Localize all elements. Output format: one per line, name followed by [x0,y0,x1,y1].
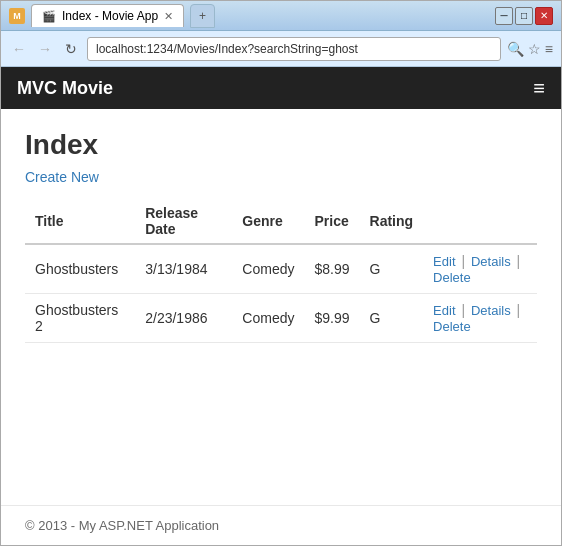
details-link[interactable]: Details [471,254,511,269]
footer: © 2013 - My ASP.NET Application [1,505,561,545]
cell-title: Ghostbusters 2 [25,294,135,343]
cell-rating: G [360,294,424,343]
search-icon[interactable]: 🔍 [507,41,524,57]
col-actions [423,199,537,244]
col-title: Title [25,199,135,244]
details-link[interactable]: Details [471,303,511,318]
navbar-brand[interactable]: MVC Movie [17,78,113,99]
addressbar: ← → ↻ 🔍 ☆ ≡ [1,31,561,67]
col-genre: Genre [232,199,304,244]
table-header-row: Title Release Date Genre Price Rating [25,199,537,244]
edit-link[interactable]: Edit [433,254,455,269]
delete-link[interactable]: Delete [433,270,471,285]
cell-title: Ghostbusters [25,244,135,294]
browser-window: M 🎬 Index - Movie App ✕ + ─ □ ✕ ← [0,0,562,546]
col-release-date: Release Date [135,199,232,244]
movies-table: Title Release Date Genre Price Rating Gh… [25,199,537,343]
footer-text: © 2013 - My ASP.NET Application [25,518,219,533]
page-content: Index Create New Title Release Date Genr… [1,109,561,505]
col-rating: Rating [360,199,424,244]
refresh-button[interactable]: ↻ [61,39,81,59]
cell-release-date: 2/23/1986 [135,294,232,343]
page-title: Index [25,129,537,161]
minimize-button[interactable]: ─ [495,7,513,25]
titlebar: M 🎬 Index - Movie App ✕ + ─ □ ✕ [1,1,561,31]
cell-price: $8.99 [304,244,359,294]
col-price: Price [304,199,359,244]
star-icon[interactable]: ☆ [528,41,541,57]
maximize-button[interactable]: □ [515,7,533,25]
cell-actions: Edit | Details | Delete [423,294,537,343]
address-input[interactable] [87,37,501,61]
tab-close-button[interactable]: ✕ [164,10,173,23]
new-tab-button[interactable]: + [190,4,215,28]
forward-button[interactable]: → [35,39,55,59]
table-row: Ghostbusters 3/13/1984 Comedy $8.99 G Ed… [25,244,537,294]
address-icons: 🔍 ☆ ≡ [507,41,553,57]
cell-genre: Comedy [232,244,304,294]
cell-genre: Comedy [232,294,304,343]
menu-icon[interactable]: ≡ [545,41,553,57]
navbar-toggle-button[interactable]: ≡ [533,77,545,100]
delete-link[interactable]: Delete [433,319,471,334]
window-controls: ─ □ ✕ [495,7,553,25]
cell-rating: G [360,244,424,294]
create-new-link[interactable]: Create New [25,169,99,185]
edit-link[interactable]: Edit [433,303,455,318]
cell-release-date: 3/13/1984 [135,244,232,294]
browser-icon: M [9,8,25,24]
active-tab[interactable]: 🎬 Index - Movie App ✕ [31,4,184,27]
back-button[interactable]: ← [9,39,29,59]
close-button[interactable]: ✕ [535,7,553,25]
cell-price: $9.99 [304,294,359,343]
navbar: MVC Movie ≡ [1,67,561,109]
tab-favicon: 🎬 [42,10,56,23]
tab-title: Index - Movie App [62,9,158,23]
table-row: Ghostbusters 2 2/23/1986 Comedy $9.99 G … [25,294,537,343]
cell-actions: Edit | Details | Delete [423,244,537,294]
